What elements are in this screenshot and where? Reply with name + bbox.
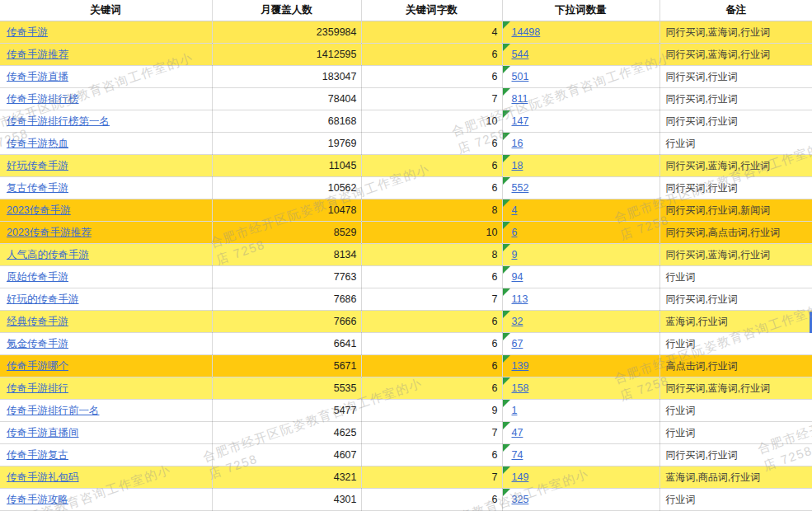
coverage-cell[interactable]: 10562	[212, 177, 361, 199]
keyword-cell[interactable]: 氪金传奇手游	[0, 333, 212, 355]
char-count-cell[interactable]: 7	[361, 288, 502, 311]
column-header-char-count[interactable]: 关键词字数	[361, 0, 502, 21]
keyword-cell[interactable]: 传奇手游	[0, 21, 212, 44]
char-count-cell[interactable]: 6	[361, 266, 502, 288]
remark-cell[interactable]: 同行买词,蓝海词,行业词	[659, 377, 812, 400]
dropdown-count-cell[interactable]: 139	[502, 355, 659, 377]
remark-cell[interactable]: 同行买词,蓝海词,行业词	[659, 21, 812, 44]
dropdown-count-link[interactable]: 158	[512, 382, 529, 394]
char-count-cell[interactable]: 10	[361, 110, 502, 133]
remark-cell[interactable]: 行业词	[659, 133, 812, 155]
remark-cell[interactable]: 高点击词,行业词	[659, 355, 812, 377]
char-count-cell[interactable]: 10	[361, 222, 502, 244]
coverage-cell[interactable]: 5671	[212, 355, 361, 377]
remark-cell[interactable]: 同行买词,蓝海词,行业词	[659, 44, 812, 66]
keyword-link[interactable]: 好玩传奇手游	[7, 160, 68, 171]
dropdown-count-link[interactable]: 325	[512, 494, 529, 505]
coverage-cell[interactable]: 2359984	[212, 21, 361, 44]
char-count-cell[interactable]: 6	[361, 355, 502, 377]
column-header-coverage[interactable]: 月覆盖人数	[212, 0, 361, 21]
char-count-cell[interactable]: 7	[361, 88, 502, 110]
keyword-cell[interactable]: 原始传奇手游	[0, 266, 212, 288]
char-count-cell[interactable]: 7	[361, 422, 502, 444]
keyword-link[interactable]: 2023传奇手游推荐	[7, 227, 92, 238]
keyword-link[interactable]: 传奇手游排行前一名	[7, 405, 100, 416]
dropdown-count-link[interactable]: 544	[512, 49, 529, 60]
dropdown-count-cell[interactable]: 6	[502, 222, 659, 244]
dropdown-count-link[interactable]: 501	[512, 71, 529, 82]
keyword-cell[interactable]: 传奇手游排行榜	[0, 88, 212, 110]
coverage-cell[interactable]: 68168	[212, 110, 361, 133]
coverage-cell[interactable]: 183047	[212, 66, 361, 88]
char-count-cell[interactable]: 6	[361, 333, 502, 355]
remark-cell[interactable]: 行业词	[659, 266, 812, 288]
dropdown-count-link[interactable]: 811	[512, 93, 528, 105]
column-header-keyword[interactable]: 关键词	[0, 0, 212, 21]
keyword-cell[interactable]: 2023传奇手游推荐	[0, 222, 212, 244]
coverage-cell[interactable]: 1412595	[212, 44, 361, 66]
coverage-cell[interactable]: 7686	[212, 288, 361, 311]
coverage-cell[interactable]: 5535	[212, 377, 361, 400]
keyword-cell[interactable]: 好玩传奇手游	[0, 155, 212, 177]
coverage-cell[interactable]: 4321	[212, 466, 361, 489]
dropdown-count-link[interactable]: 113	[512, 293, 528, 305]
keyword-link[interactable]: 2023传奇手游	[7, 204, 71, 216]
dropdown-count-cell[interactable]: 552	[502, 177, 659, 199]
dropdown-count-cell[interactable]: 67	[502, 333, 659, 355]
keyword-cell[interactable]: 传奇手游复古	[0, 444, 212, 466]
remark-cell[interactable]: 同行买词,行业词	[659, 110, 812, 133]
dropdown-count-cell[interactable]: 16	[502, 133, 659, 155]
keyword-link[interactable]: 传奇手游礼包码	[7, 471, 79, 483]
keyword-link[interactable]: 传奇手游排行	[7, 382, 68, 394]
keyword-cell[interactable]: 2023传奇手游	[0, 199, 212, 222]
remark-cell[interactable]: 同行买词,行业词	[659, 177, 812, 199]
char-count-cell[interactable]: 6	[361, 377, 502, 400]
dropdown-count-cell[interactable]: 94	[502, 266, 659, 288]
dropdown-count-link[interactable]: 67	[512, 338, 523, 349]
keyword-cell[interactable]: 复古传奇手游	[0, 177, 212, 199]
remark-cell[interactable]: 行业词	[659, 422, 812, 444]
coverage-cell[interactable]: 8134	[212, 244, 361, 266]
keyword-cell[interactable]: 传奇手游排行榜第一名	[0, 110, 212, 133]
keyword-link[interactable]: 传奇手游排行榜第一名	[7, 115, 110, 127]
coverage-cell[interactable]: 8529	[212, 222, 361, 244]
coverage-cell[interactable]: 78404	[212, 88, 361, 110]
keyword-cell[interactable]: 传奇手游哪个	[0, 355, 212, 377]
char-count-cell[interactable]: 6	[361, 44, 502, 66]
remark-cell[interactable]: 同行买词,行业词	[659, 88, 812, 110]
dropdown-count-cell[interactable]: 14498	[502, 21, 659, 44]
keyword-link[interactable]: 传奇手游复古	[7, 449, 68, 461]
remark-cell[interactable]: 同行买词,蓝海词,行业词	[659, 155, 812, 177]
keyword-cell[interactable]: 传奇手游热血	[0, 133, 212, 155]
dropdown-count-cell[interactable]: 1	[502, 400, 659, 422]
char-count-cell[interactable]: 7	[361, 466, 502, 489]
dropdown-count-cell[interactable]: 149	[502, 466, 659, 489]
dropdown-count-cell[interactable]: 32	[502, 311, 659, 333]
coverage-cell[interactable]: 19769	[212, 133, 361, 155]
keyword-link[interactable]: 人气高的传奇手游	[7, 249, 89, 260]
dropdown-count-link[interactable]: 18	[512, 160, 523, 171]
keyword-link[interactable]: 传奇手游哪个	[7, 360, 68, 372]
dropdown-count-link[interactable]: 139	[512, 360, 529, 372]
keyword-link[interactable]: 传奇手游直播	[7, 71, 68, 82]
keyword-cell[interactable]: 传奇手游推荐	[0, 44, 212, 66]
remark-cell[interactable]: 行业词	[659, 489, 812, 511]
keyword-cell[interactable]: 传奇手游直播	[0, 66, 212, 88]
keyword-link[interactable]: 原始传奇手游	[7, 271, 68, 283]
remark-cell[interactable]: 同行买词,行业词,新闻词	[659, 199, 812, 222]
keyword-link[interactable]: 复古传奇手游	[7, 182, 68, 194]
remark-cell[interactable]: 同行买词,行业词	[659, 444, 812, 466]
keyword-link[interactable]: 传奇手游热血	[7, 138, 68, 149]
keyword-cell[interactable]: 传奇手游排行	[0, 377, 212, 400]
char-count-cell[interactable]: 6	[361, 489, 502, 511]
coverage-cell[interactable]: 4301	[212, 489, 361, 511]
keyword-link[interactable]: 传奇手游攻略	[7, 494, 68, 505]
column-header-remark[interactable]: 备注	[659, 0, 812, 21]
dropdown-count-link[interactable]: 14498	[512, 26, 541, 38]
char-count-cell[interactable]: 8	[361, 244, 502, 266]
dropdown-count-link[interactable]: 1	[512, 405, 518, 416]
keyword-cell[interactable]: 传奇手游礼包码	[0, 466, 212, 489]
coverage-cell[interactable]: 6641	[212, 333, 361, 355]
dropdown-count-link[interactable]: 9	[512, 249, 518, 260]
keyword-cell[interactable]: 传奇手游直播间	[0, 422, 212, 444]
